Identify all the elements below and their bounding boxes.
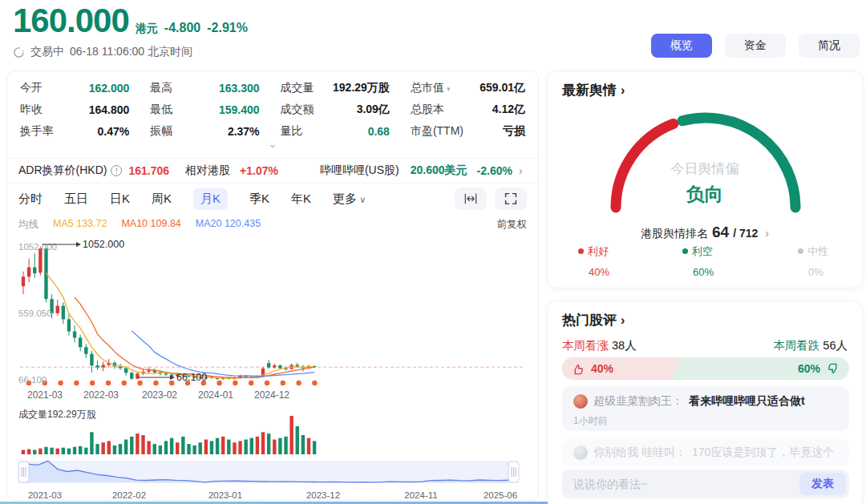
event-dot[interactable] <box>281 381 285 385</box>
volume-bar <box>147 441 150 454</box>
volume-bar <box>136 433 139 454</box>
ma10-label: MA10 109.84 <box>121 218 180 232</box>
event-dot[interactable] <box>74 381 79 385</box>
event-dot[interactable] <box>169 381 174 385</box>
measure-tool-button[interactable] <box>455 187 487 210</box>
comment-text: 看来哔哩哔哩只适合做t <box>689 394 805 409</box>
chart-tab-五日[interactable]: 五日 <box>64 192 88 207</box>
chart-tab-年K[interactable]: 年K <box>291 192 311 207</box>
event-dot[interactable] <box>106 381 111 385</box>
x-axis-tick: 2021-03 <box>27 389 63 401</box>
adjust-mode-toggle[interactable]: 前复权 <box>497 218 528 232</box>
event-dot[interactable] <box>249 381 253 385</box>
volume-bar <box>216 438 219 454</box>
volume-bar <box>301 435 305 454</box>
event-dot[interactable] <box>90 381 95 385</box>
trading-status-row: 交易中 06-18 11:06:00 北京时间 <box>13 45 192 59</box>
legend-item-利空: 利空60% <box>682 244 714 278</box>
quote-cell: 总市值▾659.01亿 <box>411 81 525 95</box>
quote-label[interactable]: 总市值▾ <box>411 81 451 95</box>
currency-label: 港元 <box>136 22 158 36</box>
event-dot[interactable] <box>122 381 127 385</box>
sentiment-rank-link[interactable]: 港股舆情排名 64 / 712 › <box>548 224 862 241</box>
navigator-handle[interactable] <box>508 462 519 482</box>
legend-dot <box>798 248 803 254</box>
volume-bar <box>238 441 241 454</box>
vote-bear-button[interactable]: 60% <box>798 357 849 380</box>
us-stock-price: 20.600美元 <box>411 163 467 178</box>
event-dot[interactable] <box>58 381 63 385</box>
x-axis-tick: 2023-02 <box>142 389 177 401</box>
event-dot[interactable] <box>216 381 221 385</box>
legend-item-中性: 中性0% <box>798 244 828 278</box>
weekly-vote-stats: 本周看涨 38人 本周看跌 56人 <box>562 338 848 353</box>
avatar <box>573 446 588 460</box>
legend-label: 中性 <box>807 245 828 257</box>
view-tab-概览[interactable]: 概览 <box>651 34 712 58</box>
dropdown-caret-icon[interactable]: ▾ <box>447 85 451 93</box>
rank-value: 64 <box>712 224 729 241</box>
vote-bull-button[interactable]: 40% <box>562 357 680 380</box>
event-dot[interactable] <box>233 381 237 385</box>
candle-body <box>79 337 82 347</box>
measure-icon <box>463 192 479 205</box>
volume-bar <box>170 438 173 454</box>
chart-tab-季K[interactable]: 季K <box>249 192 269 207</box>
bear-count: 56人 <box>823 339 848 352</box>
fullscreen-button[interactable] <box>495 187 527 210</box>
adr-more-chevron-icon[interactable]: › <box>519 164 523 177</box>
candle-body <box>124 369 127 373</box>
candle-body <box>62 306 65 320</box>
event-dot[interactable] <box>137 381 142 385</box>
comment-input[interactable] <box>573 470 790 498</box>
fullscreen-icon <box>504 192 517 205</box>
submit-comment-button[interactable]: 发表 <box>799 473 846 495</box>
chart-tab-日K[interactable]: 日K <box>110 192 130 207</box>
chart-tab-more[interactable]: 更多 ∨ <box>333 192 366 207</box>
view-tab-资金[interactable]: 资金 <box>725 34 786 58</box>
gauge-value: 负向 <box>548 182 862 207</box>
ma20-line <box>132 331 314 376</box>
event-dot[interactable] <box>296 381 301 385</box>
legend-label: 利空 <box>692 245 713 257</box>
candle-body <box>95 365 99 367</box>
volume-bar <box>256 437 259 454</box>
volume-bar <box>119 444 122 454</box>
quote-value: 4.12亿 <box>492 103 525 117</box>
adr-relative-label: 相对港股 <box>185 163 230 178</box>
volume-bar <box>192 446 196 454</box>
event-dot[interactable] <box>312 381 317 385</box>
event-dot[interactable] <box>265 381 269 385</box>
volume-bar <box>84 448 87 454</box>
volume-bar <box>181 437 184 454</box>
volume-bar <box>67 449 71 454</box>
navigator-handle[interactable] <box>18 462 29 482</box>
chart-tab-月K[interactable]: 月K <box>193 188 228 210</box>
hot-title-link[interactable]: 热门股评 › <box>562 311 625 329</box>
chevron-right-icon: › <box>621 313 625 328</box>
info-icon[interactable]: ! <box>111 165 122 176</box>
volume-bar <box>159 446 162 454</box>
refresh-icon[interactable] <box>13 46 25 58</box>
candle-body <box>278 365 281 368</box>
trading-datetime: 06-18 11:06:00 北京时间 <box>70 45 192 59</box>
volume-bar <box>113 446 116 454</box>
view-tab-简况[interactable]: 简况 <box>799 34 860 58</box>
quote-cell: 昨收164.800 <box>20 103 129 117</box>
candle-body <box>101 365 104 367</box>
quote-cell: 量比0.68 <box>281 124 390 139</box>
candlestick-chart[interactable]: 1052.000559.05066.1002021-032022-032023-… <box>7 232 536 501</box>
chart-tab-分时[interactable]: 分时 <box>18 192 42 207</box>
quote-value: 159.400 <box>219 103 260 116</box>
y-axis-tick: 559.050 <box>18 308 52 318</box>
price-change: -4.800 <box>164 21 200 35</box>
expand-quote-chevron-icon[interactable]: ⌄ <box>7 140 538 148</box>
volume-bar <box>56 449 59 454</box>
volume-bar <box>73 447 76 454</box>
chart-tab-周K[interactable]: 周K <box>152 192 172 207</box>
legend-dot <box>578 248 584 254</box>
navigator-tick: 2025-06 <box>484 490 517 500</box>
volume-bar <box>267 433 270 454</box>
event-dot[interactable] <box>153 381 158 385</box>
quote-value: 0.47% <box>98 125 130 138</box>
